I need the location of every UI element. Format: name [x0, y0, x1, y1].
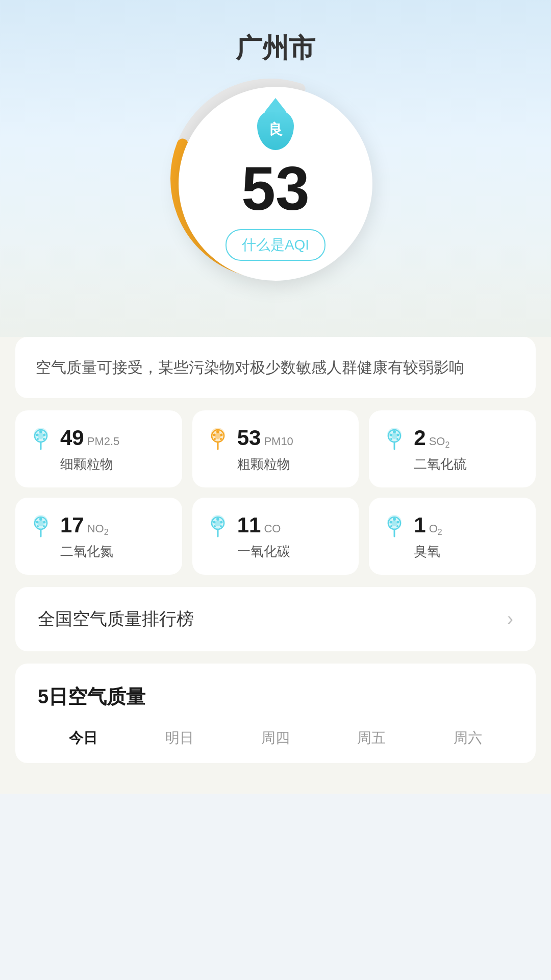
what-is-aqi-button[interactable]: 什么是AQI [226, 229, 325, 261]
svg-point-54 [390, 525, 392, 527]
so2-value: 2 [414, 426, 425, 450]
svg-point-52 [390, 521, 392, 524]
pm25-unit: PM2.5 [87, 435, 120, 448]
svg-point-10 [43, 438, 45, 440]
svg-point-6 [39, 430, 42, 433]
forecast-day-label-0: 今日 [69, 728, 97, 748]
pm25-name: 细颗粒物 [60, 455, 170, 473]
tree-icon-no2 [28, 512, 54, 538]
gauge-circle: 良 53 什么是AQI [179, 87, 372, 281]
tree-icon-pm25 [28, 425, 54, 451]
svg-point-5 [38, 433, 44, 439]
forecast-day-label-2: 周四 [261, 728, 290, 748]
svg-point-53 [397, 521, 399, 524]
no2-value: 17 [60, 513, 84, 537]
pm25-value: 49 [60, 426, 84, 450]
pm10-unit: PM10 [264, 435, 293, 448]
o3-value: 1 [414, 513, 425, 537]
pollutant-top-pm25: 49 PM2.5 [28, 425, 170, 451]
quality-drop: 良 [257, 109, 294, 150]
svg-point-35 [43, 521, 46, 524]
header-background: 广州市 良 53 什么是AQI [0, 0, 551, 347]
svg-point-16 [213, 434, 215, 436]
forecast-day-label-3: 周五 [357, 728, 386, 748]
aqi-value: 53 [241, 158, 309, 219]
no2-unit: NO2 [87, 522, 109, 537]
so2-name: 二氧化硫 [414, 455, 523, 473]
forecast-title: 5日空气质量 [38, 684, 513, 710]
pollutant-card-o3: 1 O2 臭氧 [369, 498, 536, 575]
pollutant-top-o3: 1 O2 [381, 512, 523, 538]
pollutant-top-pm10: 53 PM10 [205, 425, 347, 451]
svg-point-33 [39, 518, 42, 521]
forecast-day-1[interactable]: 明日 [134, 728, 224, 748]
city-title: 广州市 [236, 31, 315, 66]
forecast-day-0[interactable]: 今日 [38, 728, 129, 748]
pm25-value-unit: 49 PM2.5 [60, 426, 119, 450]
svg-point-15 [216, 430, 219, 433]
forecast-day-4[interactable]: 周六 [422, 728, 513, 748]
pollutant-card-co: 11 CO 一氧化碳 [192, 498, 359, 575]
svg-point-43 [213, 521, 215, 524]
co-value: 11 [237, 513, 261, 537]
svg-point-36 [37, 525, 39, 527]
svg-point-24 [393, 430, 396, 433]
forecast-day-2[interactable]: 周四 [230, 728, 321, 748]
svg-point-14 [215, 433, 221, 439]
svg-point-46 [220, 525, 222, 527]
svg-point-19 [220, 438, 222, 440]
pollutant-card-pm25: 49 PM2.5 细颗粒物 [15, 410, 182, 487]
svg-point-8 [43, 434, 46, 436]
forecast-card: 5日空气质量 今日 明日 周四 周五 周六 [15, 664, 536, 763]
pollutant-grid: 49 PM2.5 细颗粒物 [15, 410, 536, 575]
o3-value-unit: 1 O2 [414, 513, 442, 537]
no2-name: 二氧化氮 [60, 543, 170, 560]
co-name: 一氧化碳 [237, 543, 347, 560]
svg-point-55 [396, 525, 398, 527]
svg-point-42 [216, 518, 219, 521]
quality-label: 良 [268, 120, 283, 139]
svg-point-34 [36, 521, 39, 524]
svg-point-37 [43, 525, 45, 527]
o3-unit: O2 [429, 522, 442, 537]
tree-icon-pm10 [205, 425, 231, 451]
forecast-days-row: 今日 明日 周四 周五 周六 [38, 728, 513, 748]
forecast-day-label-4: 周六 [454, 728, 482, 748]
svg-point-18 [214, 438, 216, 440]
content-area: 空气质量可接受，某些污染物对极少数敏感人群健康有较弱影响 [0, 337, 551, 794]
pollutant-card-so2: 2 SO2 二氧化硫 [369, 410, 536, 487]
no2-value-unit: 17 NO2 [60, 513, 109, 537]
svg-point-26 [397, 434, 399, 436]
o3-name: 臭氧 [414, 543, 523, 560]
quality-badge: 良 [255, 107, 296, 153]
svg-point-51 [393, 518, 396, 521]
pm10-name: 粗颗粒物 [237, 455, 347, 473]
so2-unit: SO2 [429, 435, 450, 450]
aqi-description-text: 空气质量可接受，某些污染物对极少数敏感人群健康有较弱影响 [36, 359, 464, 376]
forecast-day-label-1: 明日 [165, 728, 194, 748]
svg-point-45 [214, 525, 216, 527]
ranking-card[interactable]: 全国空气质量排行榜 › [15, 587, 536, 651]
pollutant-card-no2: 17 NO2 二氧化氮 [15, 498, 182, 575]
svg-point-25 [390, 434, 392, 436]
svg-point-32 [38, 520, 44, 526]
pollutant-top-no2: 17 NO2 [28, 512, 170, 538]
co-value-unit: 11 CO [237, 513, 281, 537]
tree-icon-co [205, 512, 231, 538]
pm10-value-unit: 53 PM10 [237, 426, 293, 450]
svg-point-41 [215, 520, 221, 526]
so2-value-unit: 2 SO2 [414, 426, 449, 450]
aqi-gauge-container: 良 53 什么是AQI [173, 82, 378, 286]
svg-point-27 [390, 438, 392, 440]
pm10-value: 53 [237, 426, 261, 450]
forecast-day-3[interactable]: 周五 [326, 728, 417, 748]
svg-point-9 [37, 438, 39, 440]
pollutant-card-pm10: 53 PM10 粗颗粒物 [192, 410, 359, 487]
ranking-title: 全国空气质量排行榜 [38, 607, 194, 631]
pollutant-top-co: 11 CO [205, 512, 347, 538]
svg-point-50 [391, 520, 397, 526]
aqi-description-card: 空气质量可接受，某些污染物对极少数敏感人群健康有较弱影响 [15, 337, 536, 398]
svg-point-7 [36, 434, 39, 436]
co-unit: CO [264, 522, 281, 535]
tree-icon-o3 [381, 512, 408, 538]
